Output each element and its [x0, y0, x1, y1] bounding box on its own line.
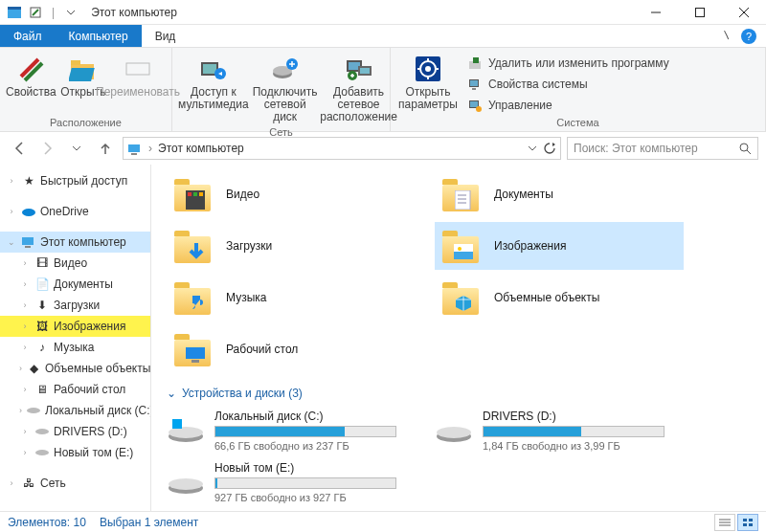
- uninstall-button[interactable]: Удалить или изменить программу: [463, 54, 673, 73]
- tab-computer[interactable]: Компьютер: [56, 25, 142, 47]
- svg-rect-1: [8, 7, 21, 10]
- tree-newvol-e[interactable]: ›Новый том (E:): [0, 442, 150, 463]
- svg-rect-49: [188, 192, 192, 196]
- map-drive-label: Подключить сетевой диск: [253, 86, 318, 124]
- maximize-button[interactable]: [678, 0, 722, 25]
- drive-c[interactable]: Локальный диск (C:) 66,6 ГБ свободно из …: [167, 410, 416, 452]
- tree-drivers-d[interactable]: ›DRIVERS (D:): [0, 421, 150, 442]
- svg-point-42: [22, 209, 35, 216]
- open-settings-button[interactable]: Открыть параметры: [396, 50, 460, 111]
- tree-onedrive[interactable]: ›OneDrive: [0, 201, 150, 222]
- address-dropdown-icon[interactable]: [528, 144, 537, 153]
- svg-rect-31: [473, 57, 479, 63]
- tree-video[interactable]: ›🎞Видео: [0, 253, 150, 274]
- window-title: Этот компьютер: [91, 6, 177, 19]
- nav-up-button[interactable]: [94, 137, 117, 160]
- media-access-button[interactable]: Доступ к мультимедиа: [178, 50, 249, 111]
- tree-pictures[interactable]: ›🖼Изображения: [0, 316, 150, 337]
- drive-d[interactable]: DRIVERS (D:) 1,84 ГБ свободно из 3,99 ГБ: [435, 410, 684, 452]
- manage-button[interactable]: Управление: [463, 96, 673, 115]
- tree-music[interactable]: ›♪Музыка: [0, 337, 150, 358]
- tab-view[interactable]: Вид: [142, 25, 190, 47]
- folder-3dobjects[interactable]: Объемные объекты: [435, 274, 684, 321]
- svg-line-41: [747, 150, 751, 154]
- folder-documents[interactable]: Документы: [435, 170, 684, 218]
- svg-rect-74: [749, 523, 753, 526]
- pc-icon: [127, 142, 143, 155]
- svg-point-67: [169, 478, 203, 490]
- folder-downloads[interactable]: Загрузки: [167, 222, 416, 270]
- add-netloc-button[interactable]: Добавить сетевое расположение: [322, 50, 396, 124]
- svg-rect-21: [360, 68, 370, 74]
- close-button[interactable]: [722, 0, 766, 25]
- qat-dropdown-icon[interactable]: [62, 4, 79, 21]
- search-placeholder: Поиск: Этот компьютер: [574, 142, 698, 155]
- separator: |: [52, 6, 55, 19]
- address-bar[interactable]: › Этот компьютер: [123, 137, 561, 160]
- folder-video[interactable]: Видео: [167, 170, 416, 218]
- minimize-button[interactable]: [634, 0, 678, 25]
- search-box[interactable]: Поиск: Этот компьютер: [567, 137, 758, 160]
- folder-pictures[interactable]: Изображения: [435, 222, 684, 270]
- rename-button: Переименовать: [110, 50, 166, 99]
- svg-rect-8: [71, 60, 80, 65]
- svg-point-65: [437, 427, 471, 438]
- collapse-ribbon-icon[interactable]: 〵: [722, 31, 732, 41]
- svg-rect-71: [743, 519, 747, 521]
- group-system-label: Система: [396, 115, 759, 131]
- system-properties-button[interactable]: Свойства системы: [463, 75, 673, 94]
- tree-network[interactable]: ›🖧Сеть: [0, 473, 150, 494]
- svg-point-46: [35, 429, 49, 434]
- tree-local-c[interactable]: ›Локальный диск (C:): [0, 400, 150, 421]
- view-large-button[interactable]: [737, 514, 758, 531]
- svg-point-25: [425, 66, 431, 72]
- svg-point-47: [35, 450, 49, 455]
- svg-rect-0: [8, 10, 21, 18]
- tree-quick-access[interactable]: ›★Быстрый доступ: [0, 170, 150, 191]
- svg-rect-38: [128, 144, 140, 152]
- svg-rect-57: [454, 252, 473, 259]
- search-icon: [738, 142, 752, 155]
- navigation-tree[interactable]: ›★Быстрый доступ ›OneDrive ⌄Этот компьют…: [0, 165, 151, 511]
- svg-rect-33: [470, 80, 478, 86]
- svg-rect-63: [172, 419, 182, 429]
- svg-rect-51: [199, 192, 203, 196]
- status-selected: Выбран 1 элемент: [100, 516, 198, 529]
- svg-rect-9: [69, 68, 95, 81]
- svg-rect-4: [696, 8, 705, 16]
- properties-button[interactable]: Свойства: [6, 50, 56, 99]
- svg-rect-10: [126, 63, 149, 75]
- qat-properties-icon[interactable]: [27, 4, 44, 21]
- tab-file[interactable]: Файл: [0, 25, 56, 47]
- refresh-icon[interactable]: [543, 142, 556, 155]
- tree-this-pc[interactable]: ⌄Этот компьютер: [0, 232, 150, 253]
- svg-rect-36: [470, 101, 478, 107]
- tree-3dobjects[interactable]: ›◆Объемные объекты: [0, 358, 150, 379]
- media-access-label: Доступ к мультимедиа: [178, 86, 249, 111]
- group-location-label: Расположение: [6, 115, 166, 131]
- svg-rect-52: [455, 190, 470, 210]
- svg-rect-60: [192, 360, 199, 363]
- drive-e[interactable]: Новый том (E:) 927 ГБ свободно из 927 ГБ: [167, 461, 416, 503]
- properties-label: Свойства: [6, 86, 56, 99]
- map-drive-button[interactable]: Подключить сетевой диск: [253, 50, 318, 124]
- help-icon[interactable]: ?: [741, 29, 756, 44]
- nav-forward-button: [36, 137, 59, 160]
- folder-music[interactable]: Музыка: [167, 274, 416, 321]
- tree-documents[interactable]: ›📄Документы: [0, 274, 150, 295]
- svg-point-40: [740, 144, 748, 151]
- svg-rect-13: [203, 64, 216, 74]
- tree-downloads[interactable]: ›⬇Загрузки: [0, 295, 150, 316]
- svg-rect-73: [743, 523, 747, 526]
- drives-section-header[interactable]: ⌄Устройства и диски (3): [167, 373, 766, 406]
- folder-desktop[interactable]: Рабочий стол: [167, 325, 416, 373]
- svg-point-58: [458, 247, 462, 251]
- view-details-button[interactable]: [714, 514, 735, 531]
- breadcrumb[interactable]: Этот компьютер: [158, 142, 244, 155]
- content-pane[interactable]: Видео Документы Загрузки Изображения Муз…: [151, 165, 766, 511]
- nav-back-button[interactable]: [8, 137, 31, 160]
- tree-desktop[interactable]: ›🖥Рабочий стол: [0, 379, 150, 400]
- svg-rect-72: [749, 519, 753, 521]
- svg-rect-44: [25, 246, 31, 248]
- nav-recent-button[interactable]: [65, 137, 88, 160]
